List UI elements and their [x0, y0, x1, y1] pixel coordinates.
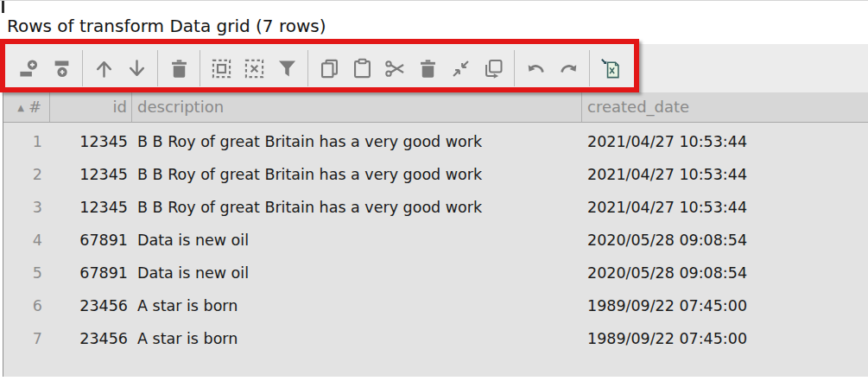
table-row[interactable]: 623456A star is born1989/09/22 07:45:00	[3, 289, 868, 322]
grid-header-row: ▲#iddescriptioncreated_date	[3, 92, 868, 123]
data-grid: ▲#iddescriptioncreated_date 112345B B Ro…	[3, 92, 868, 377]
redo-button[interactable]	[553, 53, 584, 84]
transform-data-grid-window: Rows of transform Data grid (7 rows) ▲#i…	[0, 0, 868, 381]
grid-body: 112345B B Roy of great Britain has a ver…	[3, 123, 868, 355]
copy-icon	[318, 57, 341, 80]
cell-id[interactable]: 12345	[50, 125, 132, 158]
collapse-button[interactable]	[445, 53, 476, 84]
grid-toolbar	[0, 44, 868, 92]
insert-row-below-icon	[50, 57, 73, 80]
toolbar-group	[205, 53, 303, 84]
sort-ascending-icon: ▲	[17, 103, 24, 112]
cell-description[interactable]: B B Roy of great Britain has a very good…	[132, 158, 582, 191]
cell-id[interactable]: 23456	[50, 322, 132, 355]
column-header-created_date[interactable]: created_date	[582, 92, 868, 122]
cell-id[interactable]: 23456	[50, 289, 132, 322]
filter-button[interactable]	[271, 53, 302, 84]
table-row[interactable]: 112345B B Roy of great Britain has a ver…	[3, 125, 868, 158]
delete-icon	[416, 57, 440, 80]
clear-selection-button[interactable]	[238, 53, 269, 84]
toolbar-group	[162, 53, 195, 84]
move-row-down-button[interactable]	[121, 53, 152, 84]
sync-button[interactable]	[478, 53, 509, 84]
cell-id[interactable]: 67891	[50, 257, 132, 289]
move-row-up-button[interactable]	[88, 53, 119, 84]
move-row-down-icon	[125, 57, 149, 80]
toolbar-group	[12, 53, 78, 84]
export-excel-icon	[599, 57, 623, 80]
cell-num[interactable]: 5	[3, 257, 50, 289]
cell-description[interactable]: Data is new oil	[132, 224, 582, 257]
collapse-icon	[449, 57, 472, 80]
cell-created_date[interactable]: 1989/09/22 07:45:00	[582, 322, 868, 355]
panel-edge-mark	[2, 1, 4, 13]
column-header-id[interactable]: id	[50, 92, 132, 122]
cell-created_date[interactable]: 2020/05/28 09:08:54	[582, 257, 868, 289]
sync-icon	[482, 57, 505, 80]
toolbar-separator	[157, 50, 158, 86]
move-row-up-icon	[92, 57, 116, 80]
redo-icon	[557, 57, 580, 80]
column-header-label: id	[113, 98, 127, 116]
paste-button[interactable]	[346, 53, 377, 84]
toolbar-separator	[307, 50, 308, 86]
toolbar-groups	[12, 50, 627, 86]
clear-selection-icon	[243, 57, 266, 80]
cell-num[interactable]: 1	[3, 125, 50, 158]
toolbar-group	[519, 53, 585, 84]
toolbar-separator	[200, 50, 200, 86]
cell-num[interactable]: 2	[3, 158, 50, 191]
table-row[interactable]: 723456A star is born1989/09/22 07:45:00	[3, 322, 868, 355]
column-header-label: #	[29, 98, 41, 116]
undo-icon	[524, 57, 548, 80]
column-header-label: created_date	[587, 98, 689, 116]
page-title: Rows of transform Data grid (7 rows)	[7, 16, 326, 36]
copy-button[interactable]	[314, 53, 345, 84]
table-row[interactable]: 467891Data is new oil2020/05/28 09:08:54	[3, 224, 868, 257]
cell-id[interactable]: 12345	[50, 158, 132, 191]
toolbar-separator	[589, 50, 590, 86]
cell-created_date[interactable]: 2021/04/27 10:53:44	[582, 125, 868, 158]
cell-description[interactable]: A star is born	[132, 289, 582, 322]
cell-created_date[interactable]: 2020/05/28 09:08:54	[582, 224, 868, 257]
paste-icon	[351, 57, 374, 80]
cell-description[interactable]: B B Roy of great Britain has a very good…	[132, 125, 582, 158]
column-header-num[interactable]: ▲#	[3, 92, 50, 122]
cell-id[interactable]: 67891	[50, 224, 132, 257]
toolbar-group	[87, 53, 153, 84]
toolbar-group	[594, 53, 627, 84]
column-header-label: description	[137, 98, 224, 116]
delete-button[interactable]	[412, 53, 443, 84]
insert-row-above-button[interactable]	[13, 53, 44, 84]
delete-rows-button[interactable]	[163, 53, 194, 84]
select-all-button[interactable]	[206, 53, 237, 84]
table-row[interactable]: 312345B B Roy of great Britain has a ver…	[3, 191, 868, 224]
cell-created_date[interactable]: 2021/04/27 10:53:44	[582, 191, 868, 224]
cut-button[interactable]	[379, 53, 410, 84]
table-row[interactable]: 567891Data is new oil2020/05/28 09:08:54	[3, 257, 868, 289]
cell-num[interactable]: 4	[3, 224, 50, 257]
select-all-icon	[210, 57, 233, 80]
cell-num[interactable]: 6	[3, 289, 50, 322]
column-header-description[interactable]: description	[132, 92, 582, 122]
delete-rows-icon	[168, 57, 191, 80]
cell-num[interactable]: 3	[3, 191, 50, 224]
toolbar-separator	[82, 50, 83, 86]
export-excel-button[interactable]	[595, 53, 626, 84]
cell-created_date[interactable]: 2021/04/27 10:53:44	[582, 158, 868, 191]
cell-description[interactable]: Data is new oil	[132, 257, 582, 289]
insert-row-above-icon	[17, 57, 41, 80]
undo-button[interactable]	[520, 53, 551, 84]
toolbar-group	[313, 53, 510, 84]
cell-description[interactable]: A star is born	[132, 322, 582, 355]
toolbar-separator	[514, 50, 515, 86]
table-row[interactable]: 212345B B Roy of great Britain has a ver…	[3, 158, 868, 191]
cell-created_date[interactable]: 1989/09/22 07:45:00	[582, 289, 868, 322]
cell-description[interactable]: B B Roy of great Britain has a very good…	[132, 191, 582, 224]
filter-icon	[276, 57, 299, 80]
insert-row-below-button[interactable]	[46, 53, 77, 84]
cut-icon	[383, 57, 407, 80]
cell-id[interactable]: 12345	[50, 191, 132, 224]
cell-num[interactable]: 7	[3, 322, 50, 355]
